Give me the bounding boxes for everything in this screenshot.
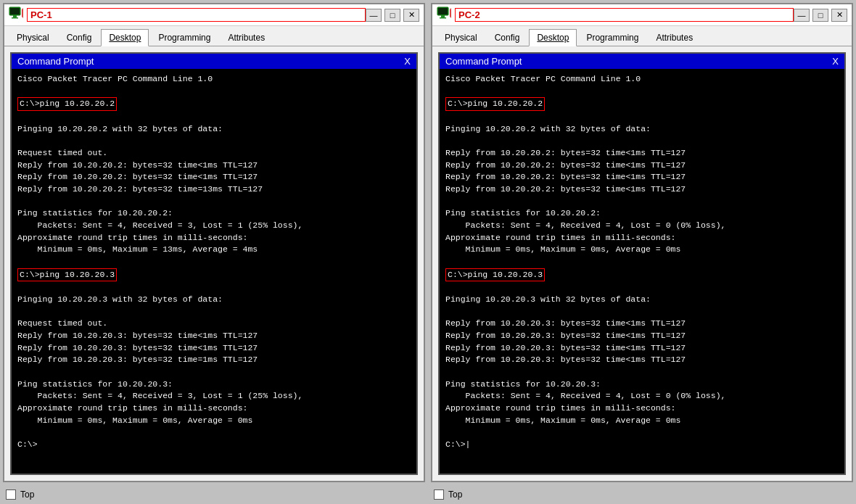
pc2-cmd-title: Command Prompt	[445, 56, 522, 67]
pc1-cmd-prompt: C:\>	[17, 439, 38, 449]
pc1-title: PC-1	[27, 8, 366, 22]
pc1-cmd-window: Command Prompt X Cisco Packet Tracer PC …	[10, 52, 418, 475]
pc2-cmd-line-13: Approximate round trip times in milli-se…	[445, 233, 675, 242]
svg-rect-1	[13, 15, 17, 17]
pc2-window: PC-2 — □ ✕ Physical Config Desktop Progr…	[431, 3, 853, 482]
pc2-cmd-line-24: Ping statistics for 10.20.20.3:	[445, 379, 601, 389]
pc2-cmd-close[interactable]: X	[832, 56, 839, 67]
pc1-cmd-line-12: Packets: Sent = 4, Received = 3, Lost = …	[17, 220, 303, 230]
pc1-cmd-line-25: Packets: Sent = 4, Received = 3, Lost = …	[17, 391, 303, 400]
pc1-controls: — □ ✕	[366, 9, 419, 22]
pc2-cmd-line-27: Minimum = 0ms, Maximum = 0ms, Average = …	[445, 416, 680, 425]
pc1-cmd-line-11: Ping statistics for 10.20.20.2:	[17, 208, 173, 218]
pc1-maximize[interactable]: □	[384, 9, 400, 22]
pc1-tab-physical[interactable]: Physical	[9, 29, 57, 46]
pc1-cmd-titlebar: Command Prompt X	[12, 54, 416, 69]
pc1-cmd-title: Command Prompt	[17, 56, 94, 67]
pc1-cmd-body[interactable]: Cisco Packet Tracer PC Command Line 1.0 …	[12, 69, 416, 474]
pc1-top-label: Top	[20, 489, 34, 500]
pc1-tab-programming[interactable]: Programming	[150, 29, 218, 46]
pc1-content: Command Prompt X Cisco Packet Tracer PC …	[4, 46, 424, 481]
pc2-cmd-line-1: Cisco Packet Tracer PC Command Line 1.0	[445, 74, 641, 83]
pc2-top-label: Top	[448, 489, 462, 500]
pc1-minimize[interactable]: —	[366, 9, 382, 22]
pc1-tab-attributes[interactable]: Attributes	[220, 29, 273, 46]
pc1-tab-desktop[interactable]: Desktop	[101, 29, 149, 46]
pc1-cmd-line-13: Approximate round trip times in milli-se…	[17, 233, 247, 242]
pc1-tabbar: Physical Config Desktop Programming Attr…	[4, 26, 424, 46]
pc1-tab-config[interactable]: Config	[59, 29, 100, 46]
pc1-cmd-line-14: Minimum = 0ms, Maximum = 13ms, Average =…	[17, 244, 258, 254]
pc2-cmd-line-9: Reply from 10.20.20.2: bytes=32 time<1ms…	[445, 184, 686, 194]
pc1-ping2-cmd: C:\>ping 10.20.20.3	[17, 268, 117, 282]
pc2-ping2-cmd: C:\>ping 10.20.20.3	[445, 268, 545, 282]
pc2-ping1-cmd: C:\>ping 10.20.20.2	[445, 97, 545, 111]
pc2-cmd-line-21: Reply from 10.20.20.3: bytes=32 time<1ms…	[445, 343, 686, 352]
pc2-cmd-body[interactable]: Cisco Packet Tracer PC Command Line 1.0 …	[440, 69, 844, 474]
pc1-cmd-line-1: Cisco Packet Tracer PC Command Line 1.0	[17, 74, 213, 83]
pc1-bottom: Top	[0, 489, 428, 500]
pc2-cmd-line-14: Minimum = 0ms, Maximum = 0ms, Average = …	[445, 244, 680, 254]
pc2-cmd-prompt: C:\>|	[445, 439, 471, 449]
pc2-cmd-line-22: Reply from 10.20.20.3: bytes=32 time<1ms…	[445, 355, 686, 364]
pc2-cmd-line-11: Ping statistics for 10.20.20.2:	[445, 208, 601, 218]
pc2-titlebar: PC-2 — □ ✕	[432, 4, 852, 26]
pc2-close[interactable]: ✕	[831, 9, 847, 22]
pc1-cmd-line-21: Reply from 10.20.20.3: bytes=32 time<1ms…	[17, 343, 258, 352]
pc2-cmd-line-4: Pinging 10.20.20.2 with 32 bytes of data…	[445, 124, 651, 133]
pc1-close[interactable]: ✕	[403, 9, 419, 22]
pc1-cmd-line-9: Reply from 10.20.20.2: bytes=32 time=13m…	[17, 184, 263, 194]
pc2-tab-desktop[interactable]: Desktop	[529, 29, 577, 46]
svg-rect-6	[440, 17, 446, 19]
pc2-tab-physical[interactable]: Physical	[437, 29, 485, 46]
svg-rect-7	[438, 8, 448, 15]
pc2-bottom: Top	[428, 489, 856, 500]
pc2-cmd-line-8: Reply from 10.20.20.2: bytes=32 time<1ms…	[445, 172, 686, 181]
pc1-cmd-line-7: Reply from 10.20.20.2: bytes=32 time<1ms…	[17, 160, 258, 170]
pc2-cmd-window: Command Prompt X Cisco Packet Tracer PC …	[438, 52, 846, 475]
pc2-tab-config[interactable]: Config	[487, 29, 528, 46]
pc2-cmd-line-19: Reply from 10.20.20.3: bytes=32 time<1ms…	[445, 318, 686, 328]
pc2-top-checkbox[interactable]	[434, 489, 444, 500]
pc1-titlebar: PC-1 — □ ✕	[4, 4, 424, 26]
pc2-cmd-line-12: Packets: Sent = 4, Received = 4, Lost = …	[445, 220, 725, 230]
pc1-cmd-line-17: Pinging 10.20.20.3 with 32 bytes of data…	[17, 294, 223, 304]
pc1-cmd-line-19: Request timed out.	[17, 318, 107, 328]
pc1-cmd-line-8: Reply from 10.20.20.2: bytes=32 time<1ms…	[17, 172, 258, 181]
pc2-icon	[437, 6, 451, 24]
pc1-icon	[9, 6, 23, 24]
pc2-controls: — □ ✕	[794, 9, 847, 22]
pc1-cmd-close[interactable]: X	[404, 56, 411, 67]
pc1-top-checkbox[interactable]	[6, 489, 16, 500]
pc2-content: Command Prompt X Cisco Packet Tracer PC …	[432, 46, 852, 481]
pc2-cmd-line-7: Reply from 10.20.20.2: bytes=32 time<1ms…	[445, 160, 686, 170]
pc1-ping1-cmd: C:\>ping 10.20.20.2	[17, 97, 117, 111]
pc1-cmd-line-24: Ping statistics for 10.20.20.3:	[17, 379, 173, 389]
pc2-cmd-line-17: Pinging 10.20.20.3 with 32 bytes of data…	[445, 294, 651, 304]
pc1-cmd-line-6: Request timed out.	[17, 148, 107, 157]
pc2-minimize[interactable]: —	[794, 9, 810, 22]
pc2-cmd-line-25: Packets: Sent = 4, Received = 4, Lost = …	[445, 391, 725, 400]
pc2-cmd-line-20: Reply from 10.20.20.3: bytes=32 time<1ms…	[445, 331, 686, 340]
pc1-cmd-line-22: Reply from 10.20.20.3: bytes=32 time=1ms…	[17, 355, 258, 364]
pc2-cmd-line-6: Reply from 10.20.20.2: bytes=32 time<1ms…	[445, 148, 686, 157]
pc1-cmd-line-27: Minimum = 0ms, Maximum = 0ms, Average = …	[17, 416, 252, 425]
pc2-tabbar: Physical Config Desktop Programming Attr…	[432, 26, 852, 46]
pc2-title: PC-2	[455, 8, 794, 22]
pc2-tab-attributes[interactable]: Attributes	[648, 29, 701, 46]
svg-rect-3	[10, 8, 20, 15]
pc2-cmd-line-26: Approximate round trip times in milli-se…	[445, 403, 675, 413]
pc2-cmd-titlebar: Command Prompt X	[440, 54, 844, 69]
pc1-cmd-line-20: Reply from 10.20.20.3: bytes=32 time<1ms…	[17, 331, 258, 340]
svg-rect-2	[12, 17, 18, 19]
pc2-maximize[interactable]: □	[812, 9, 828, 22]
pc1-window: PC-1 — □ ✕ Physical Config Desktop Progr…	[3, 3, 425, 482]
pc2-tab-programming[interactable]: Programming	[578, 29, 646, 46]
pc1-cmd-line-4: Pinging 10.20.20.2 with 32 bytes of data…	[17, 124, 223, 133]
svg-rect-5	[441, 15, 445, 17]
pc1-cmd-line-26: Approximate round trip times in milli-se…	[17, 403, 247, 413]
